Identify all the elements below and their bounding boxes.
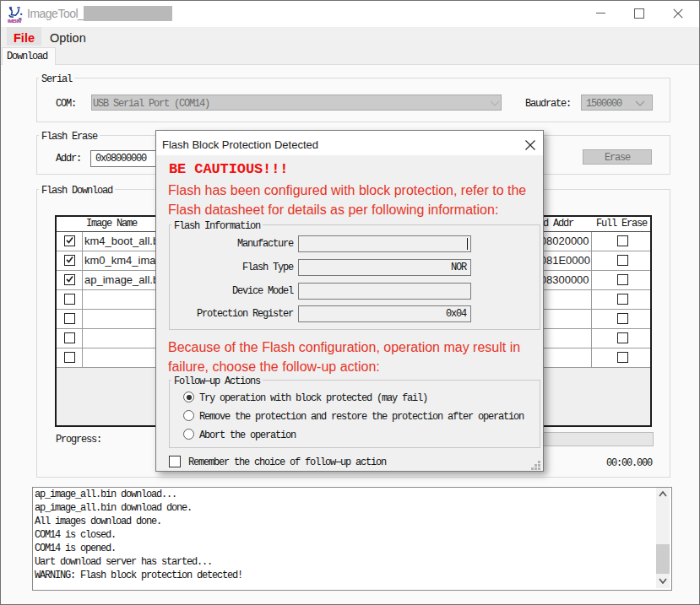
svg-text:IMBIN′: IMBIN′ bbox=[8, 18, 23, 24]
